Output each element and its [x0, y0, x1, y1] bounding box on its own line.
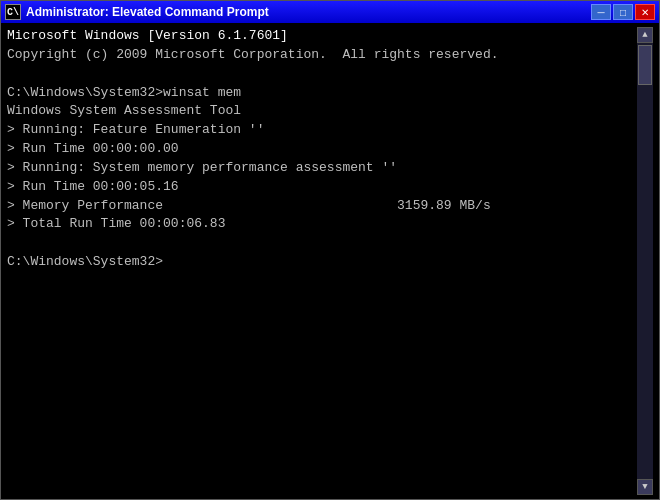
close-button[interactable]: ✕	[635, 4, 655, 20]
title-buttons: ─ □ ✕	[591, 4, 655, 20]
cmd-window: C\ Administrator: Elevated Command Promp…	[0, 0, 660, 500]
console-output[interactable]: Microsoft Windows [Version 6.1.7601] Cop…	[7, 27, 637, 495]
maximize-button[interactable]: □	[613, 4, 633, 20]
scroll-up-arrow[interactable]: ▲	[637, 27, 653, 43]
scroll-down-arrow[interactable]: ▼	[637, 479, 653, 495]
window-icon: C\	[5, 4, 21, 20]
window-title: Administrator: Elevated Command Prompt	[26, 5, 269, 19]
scrollbar-track[interactable]	[637, 43, 653, 479]
scrollbar[interactable]: ▲ ▼	[637, 27, 653, 495]
title-bar: C\ Administrator: Elevated Command Promp…	[1, 1, 659, 23]
minimize-button[interactable]: ─	[591, 4, 611, 20]
title-bar-left: C\ Administrator: Elevated Command Promp…	[5, 4, 269, 20]
scrollbar-thumb[interactable]	[638, 45, 652, 85]
console-area: Microsoft Windows [Version 6.1.7601] Cop…	[1, 23, 659, 499]
